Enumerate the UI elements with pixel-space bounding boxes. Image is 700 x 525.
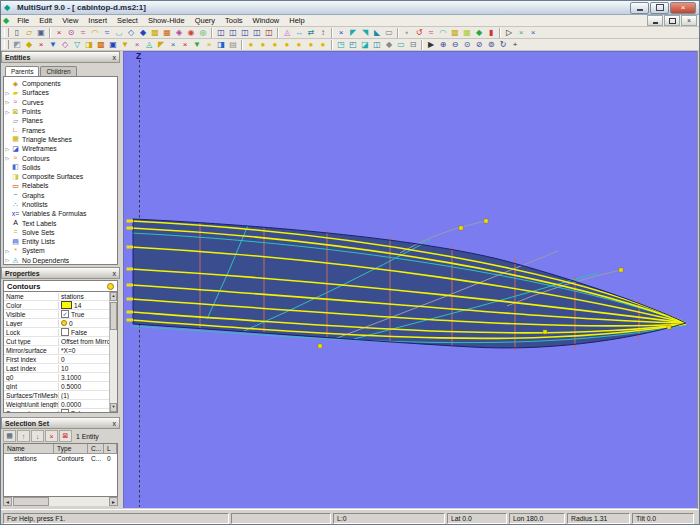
refresh-view-icon[interactable]: ↻ (497, 39, 509, 50)
toggle-curves-icon[interactable]: ▼ (47, 39, 59, 50)
entities-panel-header[interactable]: Entities x (1, 51, 120, 63)
zoom-previous-icon[interactable]: ⊘ (473, 39, 485, 50)
move-up-icon[interactable]: ↑ (17, 430, 30, 442)
zoom-window-icon[interactable]: ⊙ (461, 39, 473, 50)
contour-end-marker[interactable] (127, 268, 134, 271)
note-box-icon[interactable]: ▭ (395, 39, 407, 50)
undo-hook-icon[interactable]: ↺ (413, 27, 425, 38)
menu-window[interactable]: Window (248, 15, 285, 26)
yellow-grid-icon[interactable]: ▩ (449, 27, 461, 38)
create-bcurve-icon[interactable]: ≈ (101, 27, 113, 38)
remove-selected-icon[interactable]: × (45, 430, 58, 442)
visibility-bulb-icon[interactable] (107, 283, 114, 290)
mdi-close-button[interactable]: × (681, 15, 697, 26)
scroll-right-icon[interactable]: ► (109, 497, 118, 506)
control-point-marker[interactable] (619, 268, 623, 272)
toggle-variables-icon[interactable]: × (167, 39, 179, 50)
toolbar-grip[interactable] (4, 40, 9, 49)
olive-grid-icon[interactable]: ▦ (461, 27, 473, 38)
show-selected-bulb-icon[interactable]: ● (269, 39, 281, 50)
tree-item-contours[interactable]: ▷≈Contours (4, 153, 117, 162)
translate-view-icon[interactable]: ⇄ (305, 27, 317, 38)
title-bar[interactable]: ◆ MultiSurf 9.0 - [ cabintop-d.ms2:1] × (1, 1, 699, 15)
properties-scrollbar[interactable]: ▲ ▼ (109, 292, 117, 412)
callout-box-icon[interactable]: ▭ (383, 27, 395, 38)
create-solid-icon[interactable]: ▦ (161, 27, 173, 38)
selection-panel-header[interactable]: Selection Set x (1, 417, 120, 429)
contour-end-marker[interactable] (127, 284, 134, 287)
selection-close-icon[interactable]: x (113, 420, 117, 427)
teal-loop-icon[interactable]: ◠ (437, 27, 449, 38)
contour-end-marker[interactable] (127, 227, 134, 230)
tree-item-frames[interactable]: ∟Frames (4, 125, 117, 134)
show-parents-bulb-icon[interactable]: ● (293, 39, 305, 50)
scroll-thumb[interactable] (110, 302, 117, 330)
mdi-restore-button[interactable] (664, 15, 680, 26)
show-children-bulb-icon[interactable]: ● (305, 39, 317, 50)
tree-item-graphs[interactable]: ~Graphs (4, 191, 117, 200)
column-header-name[interactable]: Name (4, 444, 54, 454)
view-window-2-icon[interactable]: ◫ (227, 27, 239, 38)
tree-item-relabels[interactable]: ▭Relabels (4, 181, 117, 190)
selection-hscrollbar[interactable]: ◄ ► (3, 497, 118, 506)
maximize-button[interactable] (650, 2, 669, 14)
save-file-icon[interactable]: ▣ (35, 27, 47, 38)
view-window-4-icon[interactable]: ◫ (251, 27, 263, 38)
toggle-lists-icon[interactable]: × (203, 39, 215, 50)
contour-end-marker[interactable] (127, 246, 134, 249)
tree-item-points[interactable]: ▷⊠Points (4, 107, 117, 116)
layer-bulb-icon[interactable] (61, 320, 67, 326)
tree-item-no-dependents[interactable]: ▷◬No Dependents (4, 256, 117, 265)
clear-selection-icon[interactable]: ⊠ (59, 430, 72, 442)
mdi-minimize-button[interactable] (647, 15, 663, 26)
scroll-down-icon[interactable]: ▼ (110, 403, 117, 412)
tree-item-variables-formulas[interactable]: x=Variables & Formulas (4, 209, 117, 218)
control-point-marker[interactable] (667, 325, 671, 329)
menu-edit[interactable]: Edit (34, 15, 57, 26)
zoom-in-icon[interactable]: ⊕ (437, 39, 449, 50)
column-header-type[interactable]: Type (54, 444, 88, 454)
create-variable-icon[interactable]: ◎ (197, 27, 209, 38)
tree-item-solve-sets[interactable]: =Solve Sets (4, 228, 117, 237)
menu-help[interactable]: Help (284, 15, 309, 26)
contour-end-marker[interactable] (127, 220, 134, 223)
zoom-out-icon[interactable]: ⊖ (449, 39, 461, 50)
tree-item-system[interactable]: ▷*System (4, 246, 117, 255)
expand-arrow-icon[interactable]: ▷ (4, 155, 11, 161)
toggle-frames-icon[interactable]: ◩ (11, 39, 23, 50)
tab-children[interactable]: Children (40, 66, 76, 76)
close-button[interactable]: × (670, 2, 696, 14)
view-window-1-icon[interactable]: ◫ (215, 27, 227, 38)
toggle-meshes-icon[interactable]: ◨ (83, 39, 95, 50)
minimize-button[interactable] (630, 2, 649, 14)
toggle-labels-icon[interactable]: × (179, 39, 191, 50)
menu-select[interactable]: Select (112, 15, 143, 26)
menu-show-hide[interactable]: Show-Hide (143, 15, 190, 26)
expand-arrow-icon[interactable]: ▷ (4, 99, 11, 105)
expand-arrow-icon[interactable]: ▷ (4, 90, 11, 96)
tree-item-curves[interactable]: ▷≈Curves (4, 98, 117, 107)
control-point-marker[interactable] (459, 226, 463, 230)
control-point-marker[interactable] (543, 330, 547, 334)
menu-query[interactable]: Query (190, 15, 220, 26)
rotate-view-icon[interactable]: ◬ (281, 27, 293, 38)
pan-view-icon[interactable]: ↔ (293, 27, 305, 38)
gray-box-icon[interactable]: ▪ (401, 27, 413, 38)
toggle-solvesets-icon[interactable]: ▼ (191, 39, 203, 50)
menu-insert[interactable]: Insert (83, 15, 112, 26)
view-window-3-icon[interactable]: ◫ (239, 27, 251, 38)
toggle-graphs-icon[interactable]: ◬ (143, 39, 155, 50)
open-file-icon[interactable]: ▱ (23, 27, 35, 38)
toggle-snakes-icon[interactable]: ◇ (59, 39, 71, 50)
flag-corner-1-icon[interactable]: ◤ (347, 27, 359, 38)
mirror-entities-icon[interactable]: ◫ (371, 39, 383, 50)
create-line-icon[interactable]: ≈ (77, 27, 89, 38)
tree-item-components[interactable]: ◈Components (4, 79, 117, 88)
duplicate-entities-icon[interactable]: ◪ (359, 39, 371, 50)
toggle-relabels-icon[interactable]: × (131, 39, 143, 50)
create-surface-icon[interactable]: ◆ (137, 27, 149, 38)
toggle-planes-icon[interactable]: ▽ (71, 39, 83, 50)
tree-item-solids[interactable]: ◧Solids (4, 163, 117, 172)
create-snake-icon[interactable]: ◇ (125, 27, 137, 38)
checkbox-unchecked-icon[interactable] (61, 328, 69, 336)
